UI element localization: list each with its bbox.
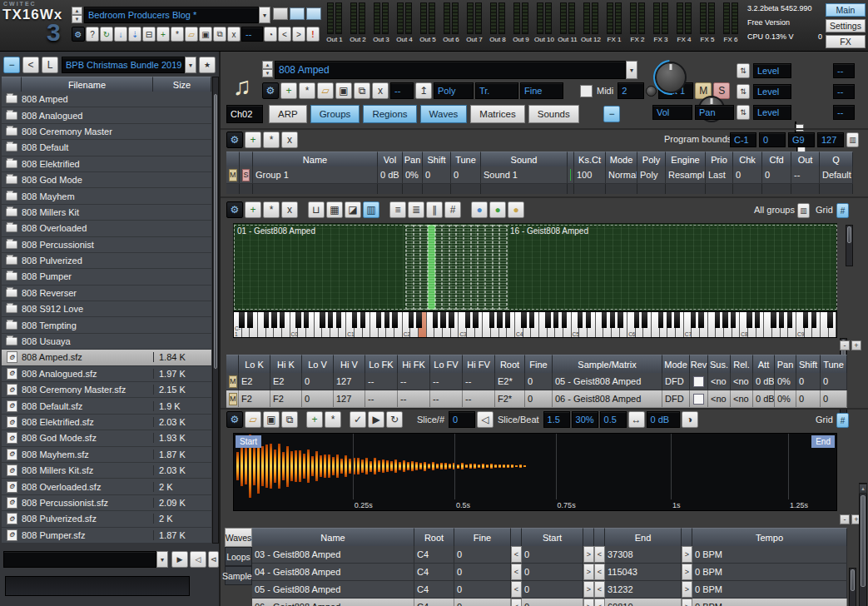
regions-table-scrollbar[interactable]	[849, 568, 856, 606]
delete-region-icon[interactable]: x	[281, 201, 298, 218]
map-pitch-icon[interactable]: ●	[471, 201, 488, 218]
black-key[interactable]	[755, 312, 760, 328]
program-name-field[interactable]: 808 Amped	[275, 61, 626, 79]
level-value-field[interactable]: --	[833, 105, 855, 120]
groups-scrollbar[interactable]	[846, 225, 853, 266]
wave-add-icon[interactable]: +	[306, 411, 323, 428]
fade-tool-icon[interactable]: ◪	[345, 201, 361, 218]
normalize-icon[interactable]: ◑	[682, 411, 698, 428]
group-row[interactable]: MSGroup 10 dB0%00Sound 1100NormalPolyRes…	[226, 166, 853, 184]
region-strip[interactable]	[456, 225, 464, 310]
list-item[interactable]: ⚙808 Default.sfz1.9 K	[2, 398, 211, 414]
black-key[interactable]	[409, 312, 414, 328]
column-header[interactable]	[594, 528, 605, 546]
sidebar-back-button[interactable]: <	[22, 57, 39, 73]
select-tool-icon[interactable]: ⊔	[308, 201, 325, 218]
path-dropdown-icon[interactable]	[185, 57, 196, 73]
list-item[interactable]: ⚙808 God Mode.sfz1.93 K	[2, 430, 211, 446]
column-header[interactable]: Q	[820, 152, 853, 166]
black-key[interactable]	[715, 312, 720, 328]
wave-gear-icon[interactable]: ⚙	[226, 411, 243, 428]
black-key[interactable]	[280, 312, 285, 328]
step-up-button[interactable]: >	[682, 564, 692, 580]
column-header[interactable]	[226, 152, 240, 166]
column-header[interactable]	[568, 152, 574, 166]
tab-regions[interactable]: Regions	[363, 105, 416, 123]
wave-row[interactable]: 04 - Geist808 AmpedC40<0><115043>0 BPM	[252, 564, 847, 581]
column-header[interactable]: Name	[253, 152, 378, 166]
step-down-button[interactable]: <	[511, 581, 522, 598]
black-key[interactable]	[578, 312, 583, 328]
column-header[interactable]: Sus.	[708, 355, 731, 373]
save-icon[interactable]: ▣	[199, 27, 212, 42]
layout-split-icon[interactable]	[290, 7, 305, 20]
region-mute-button[interactable]: M	[229, 375, 237, 388]
spin-down-icon[interactable]: ▼	[72, 15, 82, 23]
midi-channel-field[interactable]: 2	[618, 82, 644, 99]
gauge-icon[interactable]: ◔	[264, 27, 277, 42]
wave-grid-toggle[interactable]: #	[836, 413, 849, 428]
import-icon[interactable]: ↓	[114, 27, 127, 42]
list-item[interactable]: 808 Mayhem	[2, 188, 211, 204]
step-down-button[interactable]: <	[511, 564, 522, 580]
level-value-field[interactable]: --	[833, 84, 855, 99]
region-strip[interactable]	[442, 225, 449, 310]
black-key[interactable]	[691, 312, 696, 328]
column-header[interactable]: Chk	[733, 152, 762, 166]
layout-full-icon[interactable]	[306, 7, 321, 20]
black-key[interactable]	[497, 312, 502, 328]
list-item[interactable]: 808 Overloaded	[2, 221, 211, 236]
octave-shift-field[interactable]: --	[390, 82, 414, 99]
help-icon[interactable]: ?	[86, 27, 99, 42]
region-strip[interactable]	[499, 225, 507, 310]
tab-waves[interactable]: Waves	[420, 105, 468, 123]
sidebar-collapse-button[interactable]: −	[3, 57, 20, 73]
black-key[interactable]	[529, 312, 534, 328]
region-strip[interactable]	[464, 225, 471, 310]
preview-dropdown-icon[interactable]	[156, 551, 168, 568]
gain-field[interactable]: 0 dB	[647, 411, 680, 428]
list-item[interactable]: 808 Percussionist	[2, 237, 211, 253]
black-key[interactable]	[320, 312, 325, 328]
scroll-up-icon[interactable]: ▴	[859, 484, 867, 494]
column-header[interactable]: Poly	[637, 152, 666, 166]
transpose-field[interactable]: Tr.	[475, 82, 518, 99]
list-item[interactable]: 808 Millers Kit	[2, 205, 211, 221]
black-key[interactable]	[440, 312, 445, 328]
step-up-button[interactable]: >	[583, 599, 594, 606]
black-key[interactable]	[247, 312, 252, 328]
column-header[interactable]	[226, 355, 239, 373]
wavetable-tab-loops[interactable]: Loops	[225, 547, 252, 566]
wave-new-icon[interactable]: *	[325, 411, 341, 428]
black-key[interactable]	[360, 312, 365, 328]
step-down-button[interactable]: <	[594, 599, 605, 606]
bank-spinner[interactable]: ▲▼	[72, 7, 82, 23]
pan-field[interactable]: Pan	[695, 105, 734, 120]
region-map[interactable]: 01 - Geist808 Amped16 - Geist808 Amped	[233, 223, 837, 311]
fine-tune-field[interactable]: Fine	[520, 82, 563, 99]
black-key[interactable]	[642, 312, 647, 328]
region-strip[interactable]	[414, 225, 421, 310]
bounds-low-vel-field[interactable]: 0	[759, 132, 786, 147]
group-mute-button[interactable]: M	[229, 169, 237, 181]
column-header[interactable]: Start	[522, 528, 583, 546]
bounds-high-key-field[interactable]: G9	[788, 132, 815, 147]
column-header[interactable]: Vol	[378, 152, 403, 166]
refresh-icon[interactable]: ↻	[100, 27, 113, 42]
map-layer-icon[interactable]: ●	[508, 201, 524, 218]
wave-copy-icon[interactable]: ⧉	[281, 411, 298, 428]
list-item[interactable]: ⚙808 Ceremony Master.sfz2.15 K	[2, 382, 211, 398]
prev-icon[interactable]: <	[278, 27, 291, 42]
add-region-icon[interactable]: +	[245, 201, 261, 218]
column-header[interactable]: Prio	[706, 152, 733, 166]
nav-settings-button[interactable]: Settings	[826, 19, 866, 32]
region-strip[interactable]	[478, 225, 485, 310]
region-mute-button[interactable]: M	[229, 393, 237, 405]
column-header[interactable]: Lo FV	[430, 355, 463, 373]
export-icon[interactable]: ↥	[415, 82, 432, 99]
column-header[interactable]: Tempo	[692, 528, 847, 546]
import-merge-icon[interactable]: ⇣	[128, 27, 141, 42]
black-key[interactable]	[610, 312, 615, 328]
column-header[interactable]: Cfd	[762, 152, 791, 166]
region-strip[interactable]	[420, 225, 428, 310]
